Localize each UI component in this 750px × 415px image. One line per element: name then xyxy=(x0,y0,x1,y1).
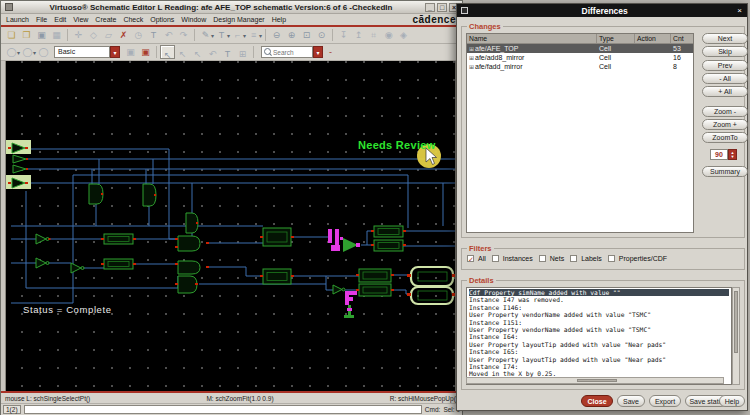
spinner-arrows-icon[interactable]: ▲▼ xyxy=(728,149,737,160)
block-c2[interactable] xyxy=(356,284,394,296)
gate-6[interactable] xyxy=(175,276,198,293)
close-dialog-button[interactable]: Close xyxy=(581,395,613,407)
save-icon[interactable]: ▣ xyxy=(35,29,48,42)
redo-icon[interactable]: ↷ xyxy=(177,29,190,42)
table-row[interactable]: ⊞afe/fadd_mirror Cell 8 xyxy=(467,62,693,71)
changed-instance-magenta-2[interactable] xyxy=(344,291,357,318)
block-b1[interactable] xyxy=(371,226,406,237)
workspace-dropdown-icon[interactable]: ▾ xyxy=(110,46,120,58)
workspace-selector-value[interactable]: Basic xyxy=(54,46,110,58)
tree-expand-icon[interactable]: ⊞ xyxy=(469,64,474,70)
zoom-out-icon[interactable]: ⊖ xyxy=(270,29,283,42)
menu-edit[interactable]: Edit xyxy=(54,16,66,23)
lock-icon[interactable]: ◈ xyxy=(397,29,410,42)
calc-mode-button[interactable]: ⊞ xyxy=(235,45,250,59)
deselect-mode-button[interactable]: ↖ xyxy=(175,45,190,59)
details-vertical-scrollbar[interactable] xyxy=(732,287,740,385)
inverter-3[interactable] xyxy=(71,263,84,273)
zoom-fit-icon[interactable]: ⊡ xyxy=(300,29,313,42)
gate-1[interactable] xyxy=(89,184,103,204)
hierarchy-icon[interactable]: ⌗ xyxy=(367,29,380,42)
stretch-icon[interactable]: ◇ xyxy=(87,29,100,42)
filter-checkbox-properties[interactable] xyxy=(608,255,615,262)
prev-button[interactable]: Prev xyxy=(702,60,748,71)
collapse-all-button[interactable]: - All xyxy=(702,73,748,84)
menu-check[interactable]: Check xyxy=(123,16,143,23)
block-b2[interactable] xyxy=(371,240,406,251)
menu-options[interactable]: Options xyxy=(150,16,174,23)
label-caret-icon[interactable]: ▾ xyxy=(227,32,230,39)
summary-button[interactable]: Summary xyxy=(702,166,748,177)
expand-all-button[interactable]: + All xyxy=(702,86,748,97)
maximize-button[interactable]: □ xyxy=(437,3,447,12)
zoom-level-spinner[interactable]: 90 ▲▼ xyxy=(710,149,737,160)
workspace-indicator[interactable]: 1(2) xyxy=(3,405,21,414)
bus-caret-icon[interactable]: ▾ xyxy=(259,32,262,39)
text-icon[interactable]: T xyxy=(147,29,160,42)
gate-4[interactable] xyxy=(175,236,209,251)
block-c1[interactable] xyxy=(356,269,394,282)
mouse-binding-3-icon[interactable]: ◯ xyxy=(37,46,50,59)
details-text[interactable]: Cdf Property simName added with value ""… xyxy=(466,287,732,385)
zoom-level-value[interactable]: 90 xyxy=(710,149,728,160)
menu-design-manager[interactable]: Design Manager xyxy=(213,16,264,23)
menu-launch[interactable]: Launch xyxy=(6,16,29,23)
column-name[interactable]: Name xyxy=(467,34,597,43)
save-button[interactable]: Save xyxy=(617,395,645,407)
details-vscroll-thumb[interactable] xyxy=(734,291,738,353)
zoom-to-button[interactable]: ZoomTo xyxy=(702,132,748,143)
next-button[interactable]: Next xyxy=(702,33,748,44)
instance-pair-icon[interactable]: ▣ xyxy=(124,46,137,59)
highlighted-pad-2[interactable] xyxy=(407,287,455,304)
highlighted-buffer-1[interactable] xyxy=(6,140,31,154)
column-cnt[interactable]: Cnt xyxy=(671,34,693,43)
tree-expand-icon[interactable]: ⊞ xyxy=(469,55,474,61)
filter-checkbox-instances[interactable] xyxy=(492,255,499,262)
delete-icon[interactable]: ✗ xyxy=(117,29,130,42)
search-dropdown-icon[interactable]: ▾ xyxy=(313,46,323,58)
block-r2[interactable] xyxy=(101,259,136,269)
probe-icon[interactable]: ◉ xyxy=(382,29,395,42)
wire-caret-icon[interactable]: ▾ xyxy=(243,32,246,39)
save-all-icon[interactable]: ▦ xyxy=(50,29,63,42)
details-line[interactable]: Cdf Property simName added with value "" xyxy=(469,289,729,296)
schematic-canvas[interactable]: Needs Review Status = Complete xyxy=(6,61,455,391)
select-mode-button[interactable]: ↖ xyxy=(160,45,175,59)
changed-instance-magenta-1[interactable] xyxy=(328,229,360,252)
virtuoso-titlebar[interactable]: Virtuoso® Schematic Editor L Reading: af… xyxy=(1,1,462,14)
open-icon[interactable]: ❐ xyxy=(20,29,33,42)
gate-2[interactable] xyxy=(143,184,156,206)
mouse-caret-2-icon[interactable]: ▾ xyxy=(33,49,36,56)
property-caret-icon[interactable]: ▾ xyxy=(211,32,214,39)
dialog-close-icon[interactable]: × xyxy=(737,6,742,15)
undo-icon[interactable]: ↶ xyxy=(162,29,175,42)
text-mode-button[interactable]: T xyxy=(220,45,235,59)
details-hscroll-thumb[interactable] xyxy=(577,379,617,382)
needs-review-label[interactable]: Needs Review xyxy=(358,139,436,151)
mouse-caret-1-icon[interactable]: ▾ xyxy=(17,49,20,56)
command-input[interactable] xyxy=(24,405,422,414)
gate-3[interactable] xyxy=(186,213,198,233)
instance-pair-alt-icon[interactable]: ▣ xyxy=(139,46,152,59)
table-row[interactable]: ⊞afe/add8_mirror Cell 16 xyxy=(467,53,693,62)
table-row[interactable]: ⊞afe/AFE_TOP Cell 53 xyxy=(467,44,693,53)
changes-table[interactable]: Name Type Action Cnt ⊞afe/AFE_TOP Cell 5… xyxy=(466,33,694,233)
zoom-out-button[interactable]: Zoom - xyxy=(702,106,748,117)
inverter-4[interactable] xyxy=(333,285,345,294)
workspace-selector[interactable]: Basic ▾ xyxy=(54,46,120,58)
copy-icon[interactable]: ▱ xyxy=(102,29,115,42)
filter-checkbox-nets[interactable] xyxy=(539,255,546,262)
descend-icon[interactable]: ↧ xyxy=(337,29,350,42)
pan-icon[interactable]: ⊙ xyxy=(315,29,328,42)
ascend-icon[interactable]: ↥ xyxy=(352,29,365,42)
help-button[interactable]: Help xyxy=(719,395,745,407)
inverter-1[interactable] xyxy=(36,234,51,244)
inverter-2[interactable] xyxy=(36,258,49,268)
block-a1[interactable] xyxy=(260,228,294,246)
buffer-2[interactable] xyxy=(13,155,28,163)
new-file-icon[interactable]: ❏ xyxy=(5,29,18,42)
filter-checkbox-labels[interactable] xyxy=(570,255,577,262)
hover-mode-button[interactable]: ↖ xyxy=(190,45,205,59)
search-minus-icon[interactable]: - xyxy=(324,46,337,59)
tree-expand-icon[interactable]: ⊞ xyxy=(469,46,474,52)
